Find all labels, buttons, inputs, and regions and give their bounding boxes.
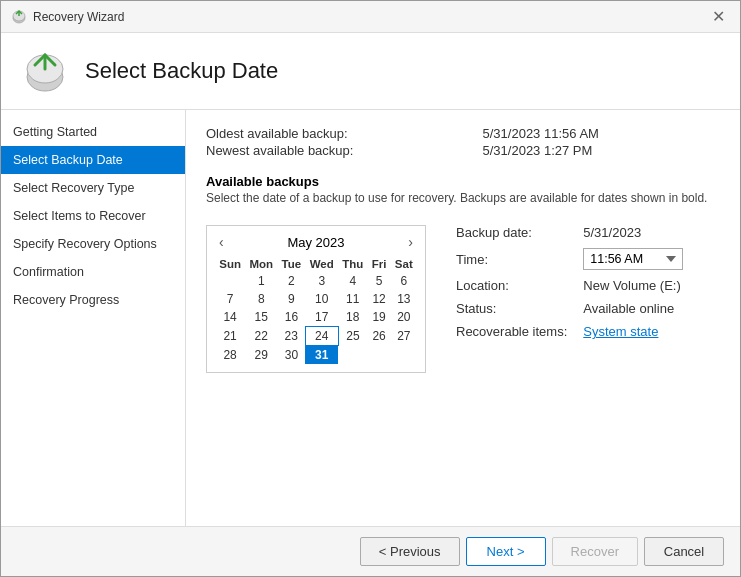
cal-day[interactable]: 13 [391,290,417,308]
cal-day [391,346,417,365]
cal-next-button[interactable]: › [404,234,417,250]
location-value: New Volume (E:) [583,278,683,293]
cal-day[interactable]: 12 [368,290,391,308]
cal-day[interactable]: 23 [277,327,305,346]
oldest-label: Oldest available backup: [206,126,475,141]
status-value: Available online [583,301,683,316]
time-label: Time: [456,252,567,267]
cal-day[interactable]: 15 [245,308,277,327]
cal-dow-wed: Wed [305,256,338,272]
cal-day[interactable]: 16 [277,308,305,327]
cal-day[interactable]: 17 [305,308,338,327]
time-select[interactable]: 11:56 AM 1:27 PM [583,248,683,270]
header: Select Backup Date [1,33,740,110]
cal-day[interactable]: 19 [368,308,391,327]
cal-day [338,346,368,365]
sidebar-item-getting-started[interactable]: Getting Started [1,118,185,146]
cal-day[interactable]: 9 [277,290,305,308]
backup-date-value: 5/31/2023 [583,225,683,240]
recover-button[interactable]: Recover [552,537,638,566]
calendar-grid: Sun Mon Tue Wed Thu Fri Sat 123456789101… [215,256,417,364]
next-button[interactable]: Next > [466,537,546,566]
cal-day[interactable]: 14 [215,308,245,327]
title-bar: Recovery Wizard ✕ [1,1,740,33]
cal-day[interactable]: 27 [391,327,417,346]
page-title: Select Backup Date [85,58,278,84]
sidebar-item-specify-options[interactable]: Specify Recovery Options [1,230,185,258]
cal-day[interactable]: 29 [245,346,277,365]
backup-date-label: Backup date: [456,225,567,240]
close-button[interactable]: ✕ [706,5,730,29]
cal-day[interactable]: 22 [245,327,277,346]
cal-prev-button[interactable]: ‹ [215,234,228,250]
cal-day[interactable]: 11 [338,290,368,308]
sidebar-item-recovery-progress[interactable]: Recovery Progress [1,286,185,314]
calendar-nav: ‹ May 2023 › [215,234,417,250]
calendar-and-details: ‹ May 2023 › Sun Mon Tue Wed Thu [206,225,720,373]
calendar: ‹ May 2023 › Sun Mon Tue Wed Thu [206,225,426,373]
cal-day[interactable]: 31 [305,346,338,365]
cal-day[interactable]: 2 [277,272,305,290]
previous-button[interactable]: < Previous [360,537,460,566]
header-wizard-icon [21,47,69,95]
sidebar-item-select-items[interactable]: Select Items to Recover [1,202,185,230]
available-backups-section: Available backups Select the date of a b… [206,168,720,215]
location-label: Location: [456,278,567,293]
cal-day[interactable]: 6 [391,272,417,290]
cal-day[interactable]: 21 [215,327,245,346]
cal-dow-tue: Tue [277,256,305,272]
cal-day [368,346,391,365]
title-bar-title: Recovery Wizard [33,10,124,24]
cal-day[interactable]: 8 [245,290,277,308]
cal-day[interactable]: 1 [245,272,277,290]
sidebar-item-select-recovery-type[interactable]: Select Recovery Type [1,174,185,202]
cal-day[interactable]: 26 [368,327,391,346]
cal-dow-thu: Thu [338,256,368,272]
cal-day[interactable]: 3 [305,272,338,290]
recovery-wizard-window: Recovery Wizard ✕ Select Backup Date Get… [0,0,741,577]
recoverable-label: Recoverable items: [456,324,567,339]
cal-day[interactable]: 5 [368,272,391,290]
cal-day[interactable]: 24 [305,327,338,346]
title-bar-left: Recovery Wizard [11,9,124,25]
newest-value: 5/31/2023 1:27 PM [483,143,720,158]
sidebar-item-confirmation[interactable]: Confirmation [1,258,185,286]
backup-info: Oldest available backup: 5/31/2023 11:56… [206,126,720,158]
cal-dow-mon: Mon [245,256,277,272]
cal-day[interactable]: 20 [391,308,417,327]
cal-day[interactable]: 30 [277,346,305,365]
recoverable-link[interactable]: System state [583,324,683,339]
sidebar-item-select-backup-date[interactable]: Select Backup Date [1,146,185,174]
status-label: Status: [456,301,567,316]
available-backups-desc: Select the date of a backup to use for r… [206,191,720,205]
cal-dow-sat: Sat [391,256,417,272]
sidebar: Getting Started Select Backup Date Selec… [1,110,186,526]
oldest-value: 5/31/2023 11:56 AM [483,126,720,141]
wizard-icon [11,9,27,25]
cancel-button[interactable]: Cancel [644,537,724,566]
cal-month-label: May 2023 [287,235,344,250]
cal-day[interactable]: 10 [305,290,338,308]
cal-day[interactable]: 28 [215,346,245,365]
cal-day[interactable]: 18 [338,308,368,327]
cal-dow-fri: Fri [368,256,391,272]
cal-dow-sun: Sun [215,256,245,272]
backup-details: Backup date: 5/31/2023 Time: 11:56 AM 1:… [456,225,683,339]
cal-day [215,272,245,290]
body: Getting Started Select Backup Date Selec… [1,110,740,526]
cal-day[interactable]: 7 [215,290,245,308]
cal-day[interactable]: 4 [338,272,368,290]
newest-label: Newest available backup: [206,143,475,158]
footer: < Previous Next > Recover Cancel [1,526,740,576]
cal-day[interactable]: 25 [338,327,368,346]
available-backups-title: Available backups [206,174,720,189]
main-content: Oldest available backup: 5/31/2023 11:56… [186,110,740,526]
